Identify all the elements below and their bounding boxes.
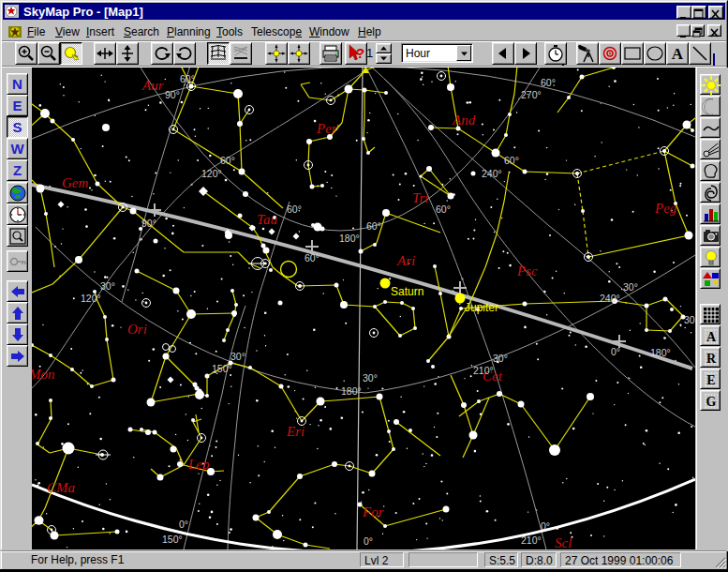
svg-text:Ari: Ari bbox=[396, 253, 415, 268]
svg-text:270°: 270° bbox=[521, 89, 542, 100]
svg-text:Peg: Peg bbox=[654, 201, 677, 216]
svg-text:30°: 30° bbox=[493, 353, 508, 364]
svg-text:Jupiter: Jupiter bbox=[465, 301, 498, 314]
svg-text:Ori: Ori bbox=[127, 322, 147, 337]
svg-text:CMa: CMa bbox=[47, 480, 75, 495]
svg-text:E: E bbox=[706, 373, 715, 387]
svg-text:Tri: Tri bbox=[412, 190, 429, 205]
svg-text:Per: Per bbox=[316, 121, 337, 136]
svg-text:150°: 150° bbox=[162, 534, 183, 545]
svg-text:Lep: Lep bbox=[187, 457, 210, 472]
svg-text:0°: 0° bbox=[364, 535, 373, 547]
svg-text:90°: 90° bbox=[141, 218, 156, 229]
svg-text:0°: 0° bbox=[541, 520, 550, 532]
svg-text:60°: 60° bbox=[220, 155, 235, 166]
svg-text:30°: 30° bbox=[100, 280, 115, 292]
svg-text:240°: 240° bbox=[482, 168, 502, 179]
svg-text:90°: 90° bbox=[165, 89, 180, 100]
svg-text:Mon: Mon bbox=[32, 367, 55, 382]
svg-text:150°: 150° bbox=[212, 363, 232, 374]
svg-text:60°: 60° bbox=[305, 252, 319, 263]
svg-text:180°: 180° bbox=[650, 347, 671, 358]
svg-text:120°: 120° bbox=[81, 293, 101, 304]
svg-text:60°: 60° bbox=[436, 203, 451, 215]
svg-text:210°: 210° bbox=[521, 534, 542, 546]
svg-text:Aur: Aur bbox=[141, 78, 164, 93]
svg-text:30°: 30° bbox=[623, 281, 638, 293]
svg-text:30°: 30° bbox=[684, 314, 695, 325]
svg-text:60°: 60° bbox=[287, 203, 302, 215]
svg-text:180°: 180° bbox=[341, 385, 362, 397]
svg-text:60°: 60° bbox=[180, 73, 195, 84]
svg-text:30°: 30° bbox=[230, 351, 245, 362]
svg-text:Saturn: Saturn bbox=[391, 285, 423, 298]
svg-text:Tau: Tau bbox=[257, 212, 277, 227]
svg-text:60°: 60° bbox=[541, 77, 556, 88]
svg-text:60°: 60° bbox=[366, 220, 381, 232]
svg-text:210°: 210° bbox=[473, 365, 494, 376]
svg-text:?: ? bbox=[356, 45, 364, 61]
svg-text:0°: 0° bbox=[611, 346, 620, 357]
svg-text:240°: 240° bbox=[600, 293, 620, 304]
svg-text:And: And bbox=[452, 113, 476, 128]
svg-text:30°: 30° bbox=[363, 372, 378, 384]
svg-text:A: A bbox=[672, 45, 684, 63]
svg-text:Scl: Scl bbox=[555, 535, 572, 549]
svg-text:60°: 60° bbox=[504, 155, 519, 166]
svg-text:For: For bbox=[362, 504, 384, 519]
svg-text:A: A bbox=[706, 330, 717, 344]
svg-text:Eri: Eri bbox=[286, 424, 305, 439]
svg-text:0°: 0° bbox=[179, 519, 188, 530]
svg-text:120°: 120° bbox=[201, 168, 222, 179]
svg-text:R: R bbox=[706, 352, 717, 366]
svg-text:Gem: Gem bbox=[62, 175, 88, 190]
svg-text:G: G bbox=[706, 395, 717, 409]
svg-text:180°: 180° bbox=[339, 233, 360, 244]
svg-text:Psc: Psc bbox=[516, 263, 538, 278]
